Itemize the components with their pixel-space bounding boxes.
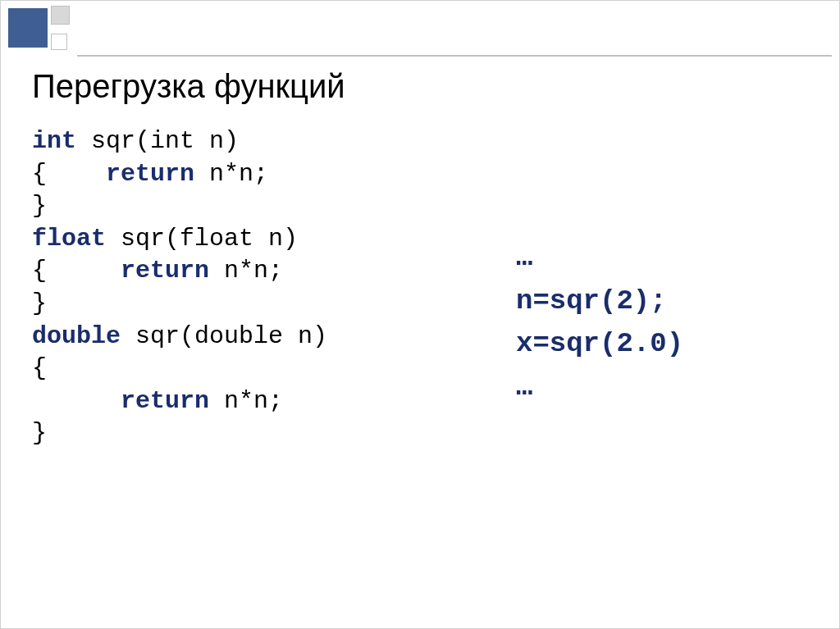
code-block-right: … n=sqr(2); x=sqr(2.0) … (516, 125, 808, 450)
slide-title: Перегрузка функций (32, 68, 345, 105)
code-line: n=sqr(2); (516, 280, 808, 323)
code-line: { return n*n; (32, 255, 516, 288)
code-line: { (32, 353, 516, 385)
keyword: int (32, 127, 76, 155)
slide-content: int sqr(int n) { return n*n; } float sqr… (32, 125, 808, 450)
code-text: n*n; (194, 160, 268, 188)
code-line: float sqr(float n) (32, 223, 516, 256)
code-text: { (32, 257, 121, 285)
code-line: } (32, 190, 516, 223)
code-text: n*n; (209, 387, 283, 415)
keyword: double (32, 322, 121, 350)
code-text (32, 387, 121, 415)
code-text: sqr(int n) (76, 127, 239, 155)
decoration-square-large (8, 8, 48, 48)
code-line: double sqr(double n) (32, 321, 516, 353)
code-line: … (516, 236, 808, 280)
keyword: return (121, 257, 209, 285)
code-line: } (32, 417, 516, 450)
code-block-left: int sqr(int n) { return n*n; } float sqr… (32, 125, 516, 450)
divider-line (77, 55, 832, 57)
decoration-square-gray (51, 6, 70, 25)
keyword: float (32, 225, 106, 253)
decoration-square-outline (51, 34, 67, 50)
code-line: … (516, 366, 808, 409)
keyword: return (106, 160, 194, 188)
code-text: sqr(float n) (106, 225, 298, 253)
code-line: { return n*n; (32, 158, 516, 191)
code-line: int sqr(int n) (32, 125, 516, 158)
code-line: } (32, 288, 516, 321)
keyword: return (121, 387, 209, 415)
code-text: n*n; (209, 257, 283, 285)
code-text: sqr(double n) (121, 322, 327, 350)
slide: Перегрузка функций int sqr(int n) { retu… (0, 0, 840, 629)
code-text: { (32, 160, 106, 188)
code-line: x=sqr(2.0) (516, 322, 808, 366)
code-line: return n*n; (32, 385, 516, 418)
